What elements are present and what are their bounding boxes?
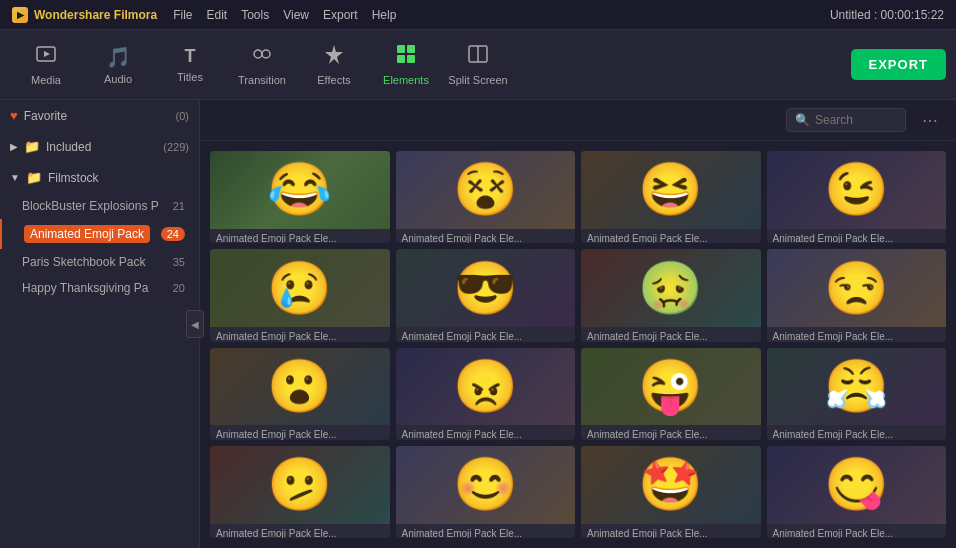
included-label: Included [46,140,91,154]
toolbar-item-media[interactable]: Media [10,35,82,95]
grid-item-10[interactable]: 😜Animated Emoji Pack Ele... [581,348,761,440]
grid-item-13[interactable]: 😊Animated Emoji Pack Ele... [396,446,576,538]
toolbar-item-effects[interactable]: Effects [298,35,370,95]
main-area: ♥ Favorite (0) ▶ 📁 Included (229) ▼ 📁 Fi… [0,100,956,548]
emoji-6: 🤢 [638,258,703,319]
grid-item-label-12: Animated Emoji Pack Ele... [210,524,390,538]
grid-item-label-13: Animated Emoji Pack Ele... [396,524,576,538]
chevron-down-icon: ▼ [10,172,20,183]
toolbar-transition-label: Transition [238,74,286,86]
app-logo: ▶ Wondershare Filmora [12,7,157,23]
svg-rect-4 [397,45,405,53]
svg-rect-5 [407,45,415,53]
paris-label: Paris Sketchbook Pack [22,255,145,269]
grid-item-9[interactable]: 😠Animated Emoji Pack Ele... [396,348,576,440]
filmstock-folder-icon: 📁 [26,170,42,185]
toolbar-effects-label: Effects [317,74,350,86]
included-count: (229) [163,141,189,153]
grid-item-label-15: Animated Emoji Pack Ele... [767,524,947,538]
sidebar-included[interactable]: ▶ 📁 Included (229) [0,131,199,162]
emoji-10: 😜 [638,356,703,417]
splitscreen-icon [467,43,489,70]
favorite-label: Favorite [24,109,67,123]
svg-rect-7 [407,55,415,63]
toolbar-item-splitscreen[interactable]: Split Screen [442,35,514,95]
grid-item-4[interactable]: 😢Animated Emoji Pack Ele... [210,249,390,341]
sidebar-favorite[interactable]: ♥ Favorite (0) [0,100,199,131]
folder-icon: 📁 [24,139,40,154]
grid-item-15[interactable]: 😋Animated Emoji Pack Ele... [767,446,947,538]
thanksgiving-count: 20 [173,282,185,294]
grid-item-11[interactable]: 😤Animated Emoji Pack Ele... [767,348,947,440]
grid-item-label-14: Animated Emoji Pack Ele... [581,524,761,538]
menu-edit[interactable]: Edit [206,8,227,22]
effects-icon [323,43,345,70]
sidebar-item-animated-emoji[interactable]: Animated Emoji Pack 24 [0,219,199,249]
toolbar-item-transition[interactable]: Transition [226,35,298,95]
audio-icon: 🎵 [106,45,131,69]
grid-item-label-4: Animated Emoji Pack Ele... [210,327,390,341]
titlebar: ▶ Wondershare Filmora File Edit Tools Vi… [0,0,956,30]
heart-icon: ♥ [10,108,18,123]
menu-help[interactable]: Help [372,8,397,22]
titlebar-left: ▶ Wondershare Filmora File Edit Tools Vi… [12,7,396,23]
search-bar: 🔍 ⋯ [200,100,956,141]
sidebar-filmstock[interactable]: ▼ 📁 Filmstock [0,162,199,193]
toolbar-item-titles[interactable]: T Titles [154,35,226,95]
blockbuster-count: 21 [173,200,185,212]
emoji-9: 😠 [453,356,518,417]
app-name: Wondershare Filmora [34,8,157,22]
export-button[interactable]: EXPORT [851,49,946,80]
emoji-0: 😂 [267,159,332,220]
titles-icon: T [185,46,196,67]
grid-item-label-7: Animated Emoji Pack Ele... [767,327,947,341]
app-logo-icon: ▶ [12,7,28,23]
content-area: ◀ 🔍 ⋯ 😂Animated Emoji Pack Ele...😵Animat… [200,100,956,548]
grid-item-7[interactable]: 😒Animated Emoji Pack Ele... [767,249,947,341]
transition-icon [251,43,273,70]
menu-export[interactable]: Export [323,8,358,22]
sidebar-item-paris[interactable]: Paris Sketchbook Pack 35 [0,249,199,275]
emoji-1: 😵 [453,159,518,220]
grid-item-label-0: Animated Emoji Pack Ele... [210,229,390,243]
toolbar-titles-label: Titles [177,71,203,83]
toolbar-item-audio[interactable]: 🎵 Audio [82,35,154,95]
toolbar-item-elements[interactable]: Elements [370,35,442,95]
emoji-2: 😆 [638,159,703,220]
media-icon [35,43,57,70]
emoji-13: 😊 [453,454,518,515]
menu-file[interactable]: File [173,8,192,22]
thanksgiving-label: Happy Thanksgiving Pa [22,281,149,295]
grid-item-3[interactable]: 😉Animated Emoji Pack Ele... [767,151,947,243]
elements-grid: 😂Animated Emoji Pack Ele...😵Animated Emo… [200,141,956,548]
emoji-4: 😢 [267,258,332,319]
grid-item-6[interactable]: 🤢Animated Emoji Pack Ele... [581,249,761,341]
grid-item-0[interactable]: 😂Animated Emoji Pack Ele... [210,151,390,243]
emoji-14: 🤩 [638,454,703,515]
sidebar-item-blockbuster[interactable]: BlockBuster Explosions P 21 [0,193,199,219]
emoji-8: 😮 [267,356,332,417]
sidebar: ♥ Favorite (0) ▶ 📁 Included (229) ▼ 📁 Fi… [0,100,200,548]
emoji-7: 😒 [824,258,889,319]
grid-item-label-9: Animated Emoji Pack Ele... [396,425,576,439]
grid-item-1[interactable]: 😵Animated Emoji Pack Ele... [396,151,576,243]
svg-point-1 [254,50,262,58]
filmstock-label: Filmstock [48,171,99,185]
grid-item-5[interactable]: 😎Animated Emoji Pack Ele... [396,249,576,341]
sidebar-item-thanksgiving[interactable]: Happy Thanksgiving Pa 20 [0,275,199,301]
grid-item-label-11: Animated Emoji Pack Ele... [767,425,947,439]
grid-item-label-6: Animated Emoji Pack Ele... [581,327,761,341]
sidebar-collapse-button[interactable]: ◀ [186,310,204,338]
grid-item-2[interactable]: 😆Animated Emoji Pack Ele... [581,151,761,243]
grid-item-12[interactable]: 🫤Animated Emoji Pack Ele... [210,446,390,538]
filmstock-left: ▼ 📁 Filmstock [10,170,99,185]
grid-item-8[interactable]: 😮Animated Emoji Pack Ele... [210,348,390,440]
grid-view-button[interactable]: ⋯ [916,109,944,132]
search-input-wrap: 🔍 [786,108,906,132]
grid-item-label-8: Animated Emoji Pack Ele... [210,425,390,439]
toolbar: Media 🎵 Audio T Titles Transition Effect… [0,30,956,100]
grid-item-14[interactable]: 🤩Animated Emoji Pack Ele... [581,446,761,538]
menu-tools[interactable]: Tools [241,8,269,22]
search-input[interactable] [815,113,905,127]
menu-view[interactable]: View [283,8,309,22]
